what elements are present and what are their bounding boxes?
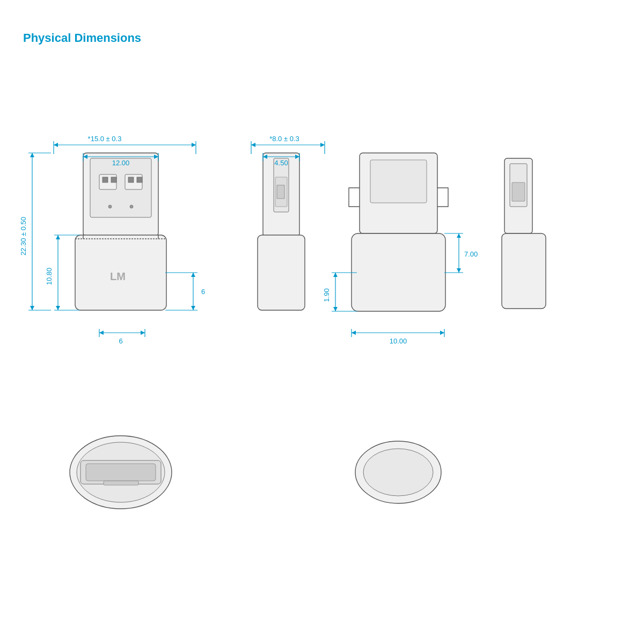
svg-marker-85: [440, 331, 444, 335]
svg-rect-91: [512, 182, 525, 201]
svg-rect-5: [111, 177, 116, 182]
svg-rect-55: [258, 235, 305, 310]
svg-marker-78: [333, 273, 338, 277]
svg-rect-54: [277, 185, 284, 199]
svg-rect-69: [370, 160, 427, 203]
svg-marker-47: [141, 331, 145, 335]
svg-text:LM: LM: [110, 270, 126, 282]
svg-text:10.80: 10.80: [45, 268, 53, 286]
svg-rect-97: [104, 481, 138, 485]
svg-text:12.00: 12.00: [112, 159, 130, 167]
svg-rect-92: [502, 233, 546, 309]
svg-text:1.90: 1.90: [323, 288, 331, 302]
svg-text:10.00: 10.00: [390, 337, 407, 345]
svg-marker-46: [99, 331, 104, 335]
svg-marker-58: [320, 143, 325, 147]
svg-text:6: 6: [201, 288, 205, 296]
page-title: Physical Dimensions: [23, 31, 141, 45]
svg-rect-70: [352, 233, 445, 311]
svg-point-99: [363, 449, 433, 496]
svg-marker-41: [191, 306, 195, 310]
svg-marker-28: [30, 153, 34, 157]
svg-text:6: 6: [119, 337, 122, 345]
svg-rect-7: [137, 177, 142, 182]
svg-marker-79: [333, 307, 338, 311]
svg-text:*8.0 ± 0.3: *8.0 ± 0.3: [269, 135, 299, 143]
svg-marker-17: [192, 143, 196, 147]
svg-rect-96: [86, 464, 156, 481]
svg-marker-72: [457, 233, 461, 238]
svg-rect-4: [103, 177, 108, 182]
svg-marker-84: [352, 331, 356, 335]
svg-marker-16: [54, 143, 58, 147]
svg-text:*15.0 ± 0.3: *15.0 ± 0.3: [88, 135, 122, 143]
svg-marker-29: [30, 306, 34, 310]
svg-marker-57: [251, 143, 255, 147]
svg-marker-73: [457, 268, 461, 273]
svg-point-9: [130, 205, 133, 208]
svg-marker-40: [191, 273, 195, 277]
svg-text:4.50: 4.50: [274, 159, 288, 167]
svg-rect-6: [128, 177, 134, 182]
diagram-area: LM *15.0 ± 0.3 12.00 22.30 ± 0.50 10.80 …: [0, 70, 644, 553]
svg-point-8: [108, 205, 112, 208]
svg-marker-35: [56, 306, 60, 310]
svg-marker-34: [56, 235, 60, 239]
svg-text:7.00: 7.00: [464, 250, 478, 258]
svg-text:22.30 ± 0.50: 22.30 ± 0.50: [19, 217, 27, 255]
